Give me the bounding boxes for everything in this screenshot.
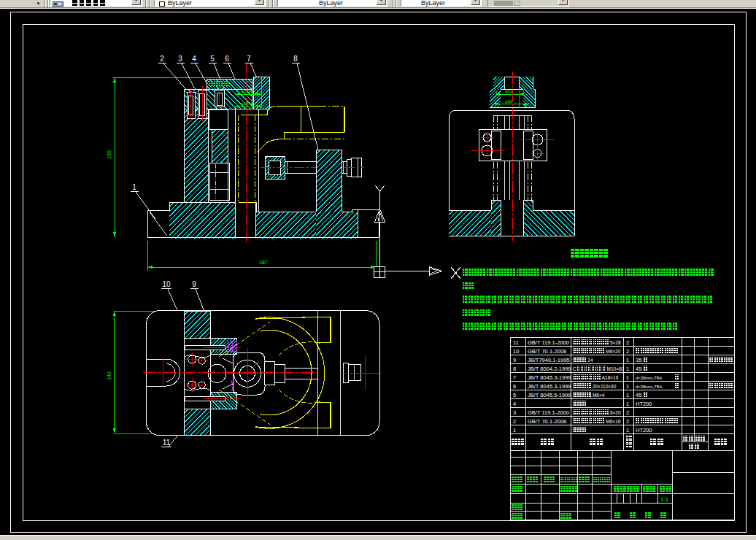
- svg-text:1: 1: [132, 183, 136, 191]
- svg-text:8: 8: [293, 55, 298, 63]
- svg-text:φ12H7: φ12H7: [241, 89, 255, 93]
- svg-text:GB/T 70.1-2008: GB/T 70.1-2008: [528, 348, 566, 355]
- svg-text:7: 7: [247, 55, 251, 63]
- svg-text:HT200: HT200: [636, 427, 652, 433]
- svg-text:6: 6: [225, 55, 229, 63]
- svg-text:JB/T 8045.5-1999: JB/T 8045.5-1999: [528, 392, 571, 398]
- svg-text:5: 5: [513, 392, 516, 398]
- svg-text:1: 1: [626, 383, 629, 390]
- svg-text:JB/T7940.1-1995: JB/T7940.1-1995: [528, 357, 570, 363]
- svg-text:9: 9: [513, 357, 516, 363]
- svg-text:1:1: 1:1: [660, 496, 669, 503]
- svg-text:5: 5: [210, 55, 215, 63]
- svg-text:φ18H7: φ18H7: [241, 101, 255, 106]
- svg-text:A18×16: A18×16: [602, 375, 619, 380]
- svg-text:2: 2: [160, 55, 164, 63]
- svg-text:5×28: 5×28: [610, 340, 621, 345]
- svg-text:2: 2: [626, 348, 629, 355]
- svg-text:3: 3: [513, 409, 516, 416]
- svg-text:d<38mm,T8A: d<38mm,T8A: [636, 376, 662, 380]
- svg-text:1: 1: [626, 392, 629, 398]
- svg-text:M10×60: M10×60: [607, 366, 625, 371]
- svg-text:3: 3: [178, 55, 182, 63]
- svg-text:20×110×40: 20×110×40: [593, 384, 617, 389]
- svg-text:6×20: 6×20: [610, 410, 621, 415]
- svg-text:2: 2: [626, 409, 629, 416]
- svg-text:1: 1: [626, 357, 629, 363]
- svg-text:7: 7: [513, 374, 516, 381]
- svg-text:1: 1: [513, 427, 516, 433]
- svg-text:HT200: HT200: [636, 401, 652, 407]
- svg-text:2: 2: [626, 418, 629, 425]
- svg-text:2: 2: [626, 339, 629, 346]
- svg-text:187: 187: [259, 260, 268, 265]
- svg-text:GB/T 119.1-2000: GB/T 119.1-2000: [528, 339, 569, 346]
- svg-text:150: 150: [107, 150, 112, 159]
- svg-text:8: 8: [513, 366, 516, 372]
- svg-text:140: 140: [107, 371, 112, 380]
- svg-text:10: 10: [513, 348, 519, 355]
- svg-text:1: 1: [626, 401, 629, 407]
- svg-text:4: 4: [513, 401, 516, 407]
- svg-text:M6×16: M6×16: [606, 419, 620, 424]
- svg-text:45: 45: [636, 366, 641, 372]
- svg-text:9: 9: [192, 280, 196, 288]
- svg-text:11: 11: [513, 339, 519, 346]
- svg-text:35: 35: [636, 357, 641, 363]
- svg-text:C: C: [573, 366, 577, 372]
- svg-text:GB/T 119.1-2000: GB/T 119.1-2000: [528, 409, 569, 416]
- svg-text:M6×4: M6×4: [593, 393, 605, 398]
- svg-text:JB/T 8045.3-1999: JB/T 8045.3-1999: [528, 383, 571, 390]
- svg-text:GB/T 70.1-2008: GB/T 70.1-2008: [528, 418, 566, 425]
- svg-text:JB/T 8045.3-1999: JB/T 8045.3-1999: [528, 374, 571, 381]
- svg-text:1: 1: [626, 427, 629, 433]
- svg-text:1: 1: [626, 374, 629, 381]
- svg-text:2: 2: [513, 418, 516, 425]
- svg-text:45: 45: [636, 392, 641, 398]
- svg-text:24: 24: [587, 358, 593, 363]
- svg-text:6: 6: [513, 383, 516, 390]
- svg-text:JB/T 8004.2-1999: JB/T 8004.2-1999: [528, 366, 571, 372]
- svg-text:d<38mm,T8A: d<38mm,T8A: [636, 385, 662, 389]
- svg-text:4: 4: [192, 55, 196, 63]
- svg-text:M6×20: M6×20: [606, 349, 620, 354]
- svg-text:10: 10: [162, 280, 171, 288]
- svg-text:1: 1: [626, 366, 629, 372]
